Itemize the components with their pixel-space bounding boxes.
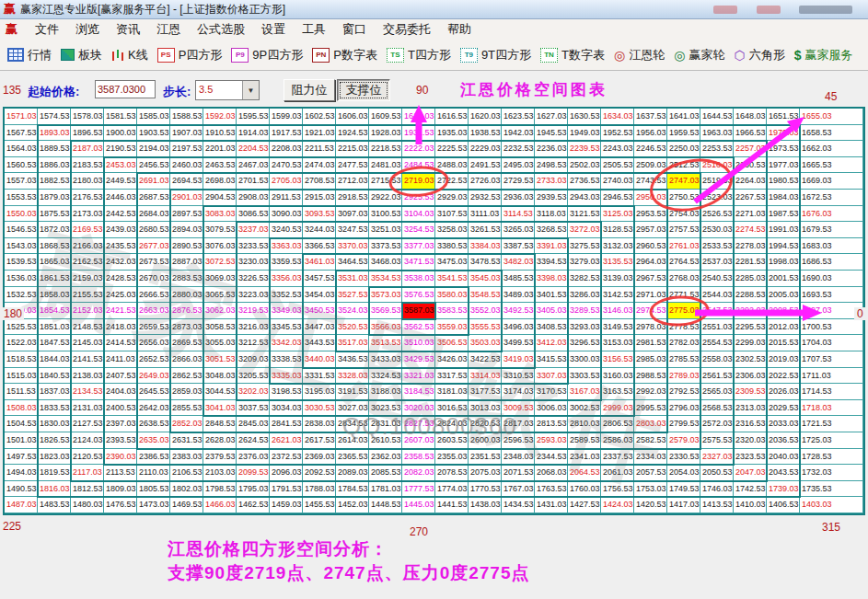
price-cell[interactable]: 2540.53 — [700, 271, 734, 287]
price-cell[interactable]: 2505.53 — [601, 157, 634, 174]
price-cell[interactable]: 2481.03 — [369, 157, 402, 174]
price-cell[interactable]: 2880.03 — [170, 287, 203, 304]
price-cell[interactable]: 2288.53 — [734, 287, 767, 304]
price-cell[interactable]: 3331.53 — [303, 368, 336, 385]
price-cell[interactable]: 2211.53 — [303, 141, 336, 157]
price-cell[interactable]: 2607.03 — [402, 432, 435, 449]
price-cell[interactable]: 2638.53 — [137, 416, 170, 432]
price-cell[interactable]: 1959.53 — [667, 125, 700, 142]
price-cell[interactable]: 3496.03 — [502, 319, 535, 336]
price-cell[interactable]: 3097.03 — [336, 206, 369, 223]
price-cell[interactable]: 2414.53 — [104, 335, 137, 351]
price-cell[interactable]: 2096.03 — [270, 465, 303, 481]
price-cell[interactable]: 1567.53 — [5, 125, 38, 142]
price-cell[interactable]: 2047.03 — [734, 465, 767, 481]
price-cell[interactable]: 2866.03 — [170, 351, 203, 368]
price-cell[interactable]: 2474.03 — [303, 157, 336, 174]
price-cell[interactable]: 1938.53 — [469, 125, 502, 142]
price-cell[interactable]: 2565.03 — [700, 384, 734, 400]
price-cell[interactable]: 2582.53 — [634, 432, 667, 449]
price-cell[interactable]: 2040.03 — [767, 449, 800, 466]
price-cell[interactable]: 1676.03 — [800, 206, 863, 223]
price-cell[interactable]: 2876.53 — [170, 303, 203, 319]
price-cell[interactable]: 2792.53 — [667, 384, 700, 400]
price-cell[interactable]: 2579.03 — [667, 432, 700, 449]
price-cell[interactable]: 3272.03 — [568, 222, 601, 238]
price-cell[interactable]: 3149.53 — [601, 319, 634, 336]
price-cell[interactable]: 2649.03 — [137, 368, 170, 385]
price-cell[interactable]: 3454.03 — [303, 287, 336, 304]
price-cell[interactable]: 3482.03 — [502, 254, 535, 271]
price-cell[interactable]: 2369.03 — [303, 449, 336, 466]
price-cell[interactable]: 1410.03 — [734, 497, 767, 513]
price-cell[interactable]: 2925.53 — [402, 190, 435, 206]
price-cell[interactable]: 3345.53 — [270, 319, 303, 336]
price-cell[interactable]: 2148.53 — [71, 319, 104, 336]
toolbar-item[interactable]: ◎江恩轮 — [614, 47, 665, 63]
price-cell[interactable]: 3244.03 — [303, 222, 336, 238]
price-cell[interactable]: 1837.03 — [38, 384, 71, 400]
price-cell[interactable]: 1704.03 — [800, 335, 863, 351]
price-cell[interactable]: 2453.03 — [104, 157, 137, 174]
price-cell[interactable]: 1858.03 — [38, 287, 71, 304]
price-cell[interactable]: 2239.53 — [568, 141, 601, 157]
price-cell[interactable]: 3174.03 — [502, 384, 535, 400]
price-cell[interactable]: 2120.53 — [71, 449, 104, 466]
price-cell[interactable]: 3506.53 — [435, 335, 469, 351]
price-cell[interactable]: 1896.53 — [71, 125, 104, 142]
price-cell[interactable]: 2978.03 — [634, 319, 667, 336]
price-cell[interactable]: 2103.03 — [203, 465, 237, 481]
menu-item[interactable]: 交易委托 — [375, 19, 439, 40]
price-cell[interactable]: 2897.53 — [170, 206, 203, 223]
price-cell[interactable]: 2033.03 — [767, 416, 800, 432]
resistance-button[interactable]: 阻力位 — [284, 79, 335, 101]
price-cell[interactable]: 1732.03 — [800, 465, 863, 481]
price-cell[interactable]: 2295.53 — [734, 319, 767, 336]
price-cell[interactable]: 2050.53 — [700, 465, 734, 481]
menu-item[interactable]: 文件 — [27, 19, 67, 40]
price-cell[interactable]: 3100.53 — [369, 206, 402, 223]
price-cell[interactable]: 1760.03 — [568, 481, 601, 498]
price-cell[interactable]: 2964.03 — [634, 254, 667, 271]
price-cell[interactable]: 2719.03 — [402, 173, 435, 190]
price-cell[interactable]: 1620.03 — [469, 109, 502, 125]
step-combobox[interactable]: 3.5 ▼ — [195, 80, 260, 100]
price-cell[interactable]: 3489.03 — [502, 287, 535, 304]
price-cell[interactable]: 2204.53 — [237, 141, 270, 157]
price-cell[interactable]: 1994.53 — [767, 238, 800, 255]
price-cell[interactable]: 2180.03 — [71, 173, 104, 190]
price-cell[interactable]: 1917.53 — [270, 125, 303, 142]
price-cell[interactable]: 1693.53 — [800, 287, 863, 304]
price-cell[interactable]: 2757.53 — [667, 222, 700, 238]
price-cell[interactable]: 2589.53 — [568, 432, 601, 449]
price-cell[interactable]: 2176.53 — [71, 190, 104, 206]
price-cell[interactable]: 1490.53 — [5, 481, 38, 498]
price-cell[interactable]: 2299.03 — [734, 335, 767, 351]
price-cell[interactable]: 2929.03 — [435, 190, 469, 206]
price-cell[interactable]: 2869.53 — [170, 335, 203, 351]
price-cell[interactable]: 2236.03 — [535, 141, 568, 157]
price-cell[interactable]: 2166.03 — [71, 238, 104, 255]
price-cell[interactable]: 2491.53 — [469, 157, 502, 174]
price-cell[interactable]: 2397.03 — [104, 416, 137, 432]
price-cell[interactable]: 1851.03 — [38, 319, 71, 336]
price-cell[interactable]: 1613.03 — [402, 109, 435, 125]
price-cell[interactable]: 3499.53 — [502, 335, 535, 351]
price-cell[interactable]: 3135.53 — [601, 254, 634, 271]
price-cell[interactable]: 2089.03 — [336, 465, 369, 481]
price-cell[interactable]: 3342.03 — [270, 335, 303, 351]
price-cell[interactable]: 2117.03 — [71, 465, 104, 481]
price-cell[interactable]: 2691.03 — [137, 173, 170, 190]
price-cell[interactable]: 2908.03 — [237, 190, 270, 206]
price-cell[interactable]: 2460.03 — [170, 157, 203, 174]
price-cell[interactable]: 3167.03 — [568, 384, 601, 400]
price-cell[interactable]: 1763.53 — [535, 481, 568, 498]
price-cell[interactable]: 1718.03 — [800, 400, 863, 417]
price-cell[interactable]: 2313.03 — [734, 400, 767, 417]
price-cell[interactable]: 2796.03 — [667, 400, 700, 417]
price-cell[interactable]: 2684.03 — [137, 206, 170, 223]
price-cell[interactable]: 3401.53 — [535, 287, 568, 304]
price-cell[interactable]: 3541.53 — [435, 271, 469, 287]
price-cell[interactable]: 2285.03 — [734, 271, 767, 287]
price-cell[interactable]: 3282.53 — [568, 271, 601, 287]
